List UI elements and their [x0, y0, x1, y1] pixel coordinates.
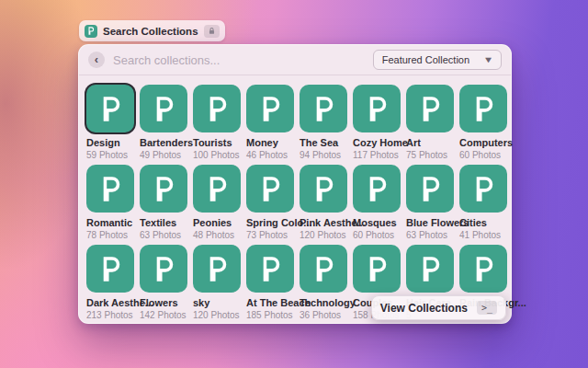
- collection-tile[interactable]: [459, 165, 507, 213]
- collection-name: Dark Aesthe...: [86, 297, 134, 308]
- collection-photo-count: 46 Photos: [246, 150, 294, 160]
- collection-filter-dropdown[interactable]: Featured Collection ▼: [373, 50, 502, 70]
- collection-photo-count: 100 Photos: [193, 150, 241, 160]
- command-pill-label: Search Collections: [103, 26, 198, 37]
- pexels-logo-icon: [419, 94, 442, 124]
- collection-tile[interactable]: [193, 245, 241, 293]
- collection-name: Money: [246, 137, 294, 148]
- collection-item[interactable]: Money 46 Photos: [243, 85, 297, 160]
- collection-item[interactable]: At The Beach 185 Photos: [243, 245, 297, 320]
- collection-item[interactable]: Peonies 48 Photos: [190, 165, 243, 240]
- collection-item[interactable]: Design 59 Photos: [84, 85, 137, 160]
- collection-photo-count: 60 Photos: [459, 150, 507, 160]
- collection-photo-count: 142 Photos: [140, 310, 187, 320]
- collection-tile[interactable]: [406, 85, 454, 132]
- pexels-logo-icon: [419, 254, 442, 284]
- pexels-logo-icon: [206, 254, 229, 284]
- collection-tile[interactable]: [86, 85, 134, 132]
- collection-tile[interactable]: [406, 245, 454, 293]
- collection-photo-count: 78 Photos: [86, 230, 134, 240]
- collection-tile[interactable]: [353, 245, 401, 293]
- collection-tile[interactable]: [246, 245, 294, 293]
- collection-item[interactable]: Blue Flowers 63 Photos: [403, 165, 457, 240]
- collection-name: Cities: [459, 217, 507, 228]
- action-hint[interactable]: View Collections >_: [371, 295, 506, 320]
- collection-item[interactable]: Tourists 100 Photos: [190, 85, 243, 160]
- pexels-logo-icon: [366, 174, 389, 204]
- pexels-logo-icon: [206, 94, 229, 124]
- collection-item[interactable]: sky 120 Photos: [190, 245, 243, 320]
- collection-tile[interactable]: [459, 245, 507, 293]
- search-input[interactable]: [113, 53, 365, 67]
- collection-photo-count: 60 Photos: [353, 230, 401, 240]
- collection-item[interactable]: Cities 41 Photos: [457, 165, 510, 240]
- collection-tile[interactable]: [246, 165, 294, 213]
- action-hint-label: View Collections: [380, 302, 468, 315]
- collection-name: Textiles: [140, 217, 187, 228]
- pexels-logo-icon: [366, 94, 389, 124]
- collection-tile[interactable]: [246, 85, 294, 132]
- collection-item[interactable]: The Sea 94 Photos: [297, 85, 350, 160]
- collection-item[interactable]: Spring Colo... 73 Photos: [243, 165, 297, 240]
- collection-name: Design: [86, 137, 134, 148]
- collection-photo-count: 120 Photos: [300, 230, 347, 240]
- collection-name: The Sea: [300, 137, 347, 148]
- collection-item[interactable]: Mosques 60 Photos: [350, 165, 403, 240]
- collection-tile[interactable]: [300, 85, 347, 132]
- collection-tile[interactable]: [140, 245, 187, 293]
- collection-photo-count: 73 Photos: [246, 230, 294, 240]
- command-pill[interactable]: Search Collections: [79, 20, 225, 41]
- collection-tile[interactable]: [193, 85, 241, 132]
- pexels-logo-icon: [312, 94, 335, 124]
- collection-name: Flowers: [140, 297, 187, 308]
- window-header: ‹ Featured Collection ▼: [79, 45, 511, 75]
- pexels-logo-icon: [206, 174, 229, 204]
- collection-item[interactable]: Textiles 63 Photos: [137, 165, 190, 240]
- pexels-logo-icon: [99, 94, 122, 124]
- collection-item[interactable]: Technology 36 Photos: [297, 245, 350, 320]
- collection-tile[interactable]: [406, 165, 454, 213]
- collection-name: At The Beach: [246, 297, 294, 308]
- pexels-logo-icon: [153, 174, 175, 204]
- pexels-logo-icon: [366, 254, 389, 284]
- pexels-logo-icon: [472, 174, 495, 204]
- collection-item[interactable]: Flowers 142 Photos: [137, 245, 190, 320]
- collection-item[interactable]: Bartenders 49 Photos: [137, 85, 190, 160]
- collection-name: Peonies: [193, 217, 241, 228]
- pexels-logo-icon: [312, 174, 335, 204]
- collection-tile[interactable]: [353, 85, 401, 132]
- collection-item[interactable]: Dark Aesthe... 213 Photos: [84, 245, 137, 320]
- collection-tile[interactable]: [140, 165, 187, 213]
- collection-item[interactable]: Computers 60 Photos: [457, 85, 510, 160]
- collections-grid: Design 59 Photos Bartenders 49 Photos To…: [84, 85, 506, 325]
- back-button[interactable]: ‹: [88, 52, 105, 68]
- pexels-logo-icon: [259, 174, 282, 204]
- collection-photo-count: 75 Photos: [406, 150, 454, 160]
- collection-photo-count: 63 Photos: [140, 230, 187, 240]
- terminal-key-icon: >_: [477, 301, 497, 315]
- pexels-app-icon: [85, 25, 97, 38]
- collection-name: sky: [193, 297, 241, 308]
- collection-name: Spring Colo...: [246, 217, 294, 228]
- pexels-logo-icon: [153, 254, 175, 284]
- collection-tile[interactable]: [300, 165, 347, 213]
- collection-tile[interactable]: [86, 245, 134, 293]
- collection-filter-value: Featured Collection: [382, 54, 469, 65]
- pexels-logo-icon: [99, 174, 122, 204]
- collection-item[interactable]: Cozy Home 117 Photos: [350, 85, 403, 160]
- collection-tile[interactable]: [300, 245, 347, 293]
- collection-item[interactable]: Art 75 Photos: [403, 85, 457, 160]
- collection-name: Bartenders: [140, 137, 187, 148]
- collection-tile[interactable]: [86, 165, 134, 213]
- collection-tile[interactable]: [193, 165, 241, 213]
- collection-tile[interactable]: [459, 85, 507, 132]
- collection-photo-count: 94 Photos: [300, 150, 347, 160]
- collection-item[interactable]: Pink Aesthe... 120 Photos: [297, 165, 350, 240]
- pexels-logo-icon: [99, 254, 122, 284]
- collection-tile[interactable]: [140, 85, 187, 132]
- collection-photo-count: 120 Photos: [193, 310, 241, 320]
- collection-tile[interactable]: [353, 165, 401, 213]
- collection-name: Cozy Home: [353, 137, 401, 148]
- collection-item[interactable]: Romantic 78 Photos: [84, 165, 137, 240]
- pexels-logo-icon: [472, 94, 495, 124]
